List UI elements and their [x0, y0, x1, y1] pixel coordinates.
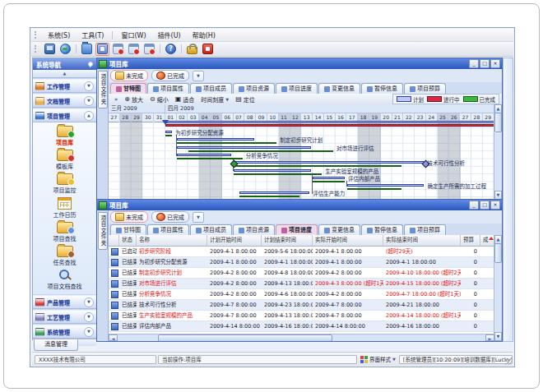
table-row[interactable]: 已结束对市场进行评估2009-4-2 8:00:002009-4-13 18:0…: [109, 279, 494, 289]
close-button[interactable]: ×: [490, 201, 500, 210]
tab-project-progress[interactable]: 项目进度: [276, 83, 318, 94]
group-document-management-chevron[interactable]: ▼: [84, 96, 94, 106]
sidebar-item-project-library[interactable]: 项目库: [33, 125, 96, 146]
zoom-out-button[interactable]: ⊖缩小: [146, 95, 172, 104]
tab-project-properties[interactable]: 项目属性: [147, 224, 189, 235]
close-button[interactable]: ×: [490, 59, 500, 68]
plan-bar[interactable]: [239, 191, 310, 194]
sidebar-scroll-up[interactable]: ▲: [33, 70, 96, 78]
plan-bar[interactable]: [313, 177, 345, 179]
column-header[interactable]: 状态: [119, 235, 137, 246]
project-plan-bar[interactable]: [165, 121, 494, 123]
table-row[interactable]: 已结束分析竞争情况2009-4-2 8:00:002009-4-6 18:00:…: [109, 289, 494, 300]
locate-button[interactable]: ▤定位: [232, 95, 258, 104]
minimize-button[interactable]: _: [469, 59, 479, 68]
group-system-management[interactable]: 系统管理▼: [33, 325, 96, 339]
tab-gantt[interactable]: 甘特图: [110, 83, 146, 94]
group-document-management[interactable]: 文档管理▼: [33, 94, 96, 108]
table-row[interactable]: 已启动初步研究阶段2009-4-1 8:00:002009-5-6 18:00:…: [109, 247, 494, 257]
done-bar[interactable]: [188, 150, 334, 152]
done-bar[interactable]: [313, 181, 345, 182]
project-folder-side-tab[interactable]: 项目文件夹: [98, 71, 108, 108]
window-titlebar[interactable]: 项目库_□×: [97, 200, 502, 210]
done-bar[interactable]: [234, 165, 401, 167]
unfinished-filter-button[interactable]: 未完成: [110, 211, 148, 223]
column-header[interactable]: 计划开始时间: [207, 235, 262, 246]
scroll-thumb[interactable]: [494, 243, 502, 263]
table-row[interactable]: 已结束生产实验室规模的产品2009-4-7 8:00:002009-4-13 1…: [109, 311, 494, 321]
tab-project-budget[interactable]: 项目预算: [404, 83, 446, 94]
scroll-left-arrow[interactable]: ◄: [109, 334, 118, 341]
maximize-button[interactable]: □: [480, 201, 490, 210]
done-bar[interactable]: [177, 158, 243, 159]
column-header[interactable]: 预算: [461, 235, 480, 246]
tab-project-resources[interactable]: 项目资源: [233, 83, 275, 94]
done-bar[interactable]: [177, 142, 276, 144]
group-work-management-chevron[interactable]: ▼: [84, 81, 94, 91]
system-icon[interactable]: [43, 43, 57, 56]
done-bar[interactable]: [234, 173, 323, 175]
sidebar-item-work-calendar[interactable]: 工作日历: [33, 196, 96, 219]
group-product-management-chevron[interactable]: ▼: [84, 297, 94, 307]
resize-grip[interactable]: [505, 358, 512, 365]
project-progress-bar[interactable]: [165, 124, 494, 127]
tab-change-info[interactable]: 变更信息: [318, 83, 360, 94]
group-process-management-chevron[interactable]: ▼: [84, 312, 94, 322]
plan-bar[interactable]: [177, 154, 231, 156]
scroll-down-arrow[interactable]: ▼: [494, 332, 502, 341]
menu-help[interactable]: 帮助(H): [187, 30, 221, 40]
finished-filter-button[interactable]: 已完成: [151, 211, 189, 223]
table-row[interactable]: 已结束制定初步研究计划2009-4-2 8:00:002009-4-8 18:0…: [109, 268, 494, 279]
tab-project-resources[interactable]: 项目资源: [233, 224, 275, 235]
exit-icon[interactable]: [201, 43, 215, 56]
done-bar[interactable]: [347, 188, 401, 190]
scroll-right-arrow[interactable]: ►: [485, 334, 494, 341]
filter-overflow-button[interactable]: ▼: [193, 212, 204, 223]
menu-plugin[interactable]: 插件(U): [152, 30, 187, 40]
plan-bar[interactable]: [234, 169, 311, 172]
sidebar-item-project-search[interactable]: 项目查找: [33, 221, 96, 242]
tile-windows-icon[interactable]: [127, 43, 141, 56]
save-layout-icon[interactable]: [95, 43, 109, 56]
pin-icon[interactable]: [87, 62, 93, 67]
sidebar-item-project-doc-search[interactable]: 项目文档查找: [33, 269, 96, 290]
tab-project-properties[interactable]: 项目属性: [147, 83, 189, 94]
minimize-button[interactable]: _: [469, 201, 479, 210]
finished-filter-button[interactable]: 已完成: [151, 70, 189, 81]
gantt-vscroll[interactable]: ▲▼: [494, 104, 502, 200]
column-header[interactable]: 实际开始时间: [313, 235, 383, 246]
zoom-in-button[interactable]: ⊕放大: [121, 95, 146, 104]
group-product-management[interactable]: 产品管理▼: [33, 295, 96, 309]
tab-gantt[interactable]: 甘特图: [110, 224, 146, 235]
open-folder-icon[interactable]: [80, 43, 94, 56]
tab-project-budget[interactable]: 项目预算: [404, 224, 446, 235]
close-windows-icon[interactable]: [142, 43, 156, 56]
tab-pause-info[interactable]: 暂停信息: [361, 224, 403, 235]
tab-change-info[interactable]: 变更信息: [318, 224, 360, 235]
menu-tools[interactable]: 工具(T): [76, 30, 109, 40]
internet-icon[interactable]: [58, 43, 72, 56]
table-row[interactable]: 已结束为初步研究分配资源2009-4-1 8:00:002009-4-1 18:…: [109, 257, 494, 268]
column-header[interactable]: 名称: [137, 235, 207, 246]
cascade-windows-icon[interactable]: [111, 43, 125, 56]
tab-project-members[interactable]: 项目成员: [190, 224, 232, 235]
plan-bar[interactable]: [234, 161, 425, 164]
sidebar-item-project-monitor[interactable]: 项目监控: [33, 173, 96, 194]
plan-bar[interactable]: [177, 138, 254, 141]
unfinished-filter-button[interactable]: 未完成: [110, 70, 148, 81]
scroll-thumb[interactable]: [494, 113, 502, 132]
maximize-button[interactable]: □: [480, 59, 490, 68]
table-vscroll[interactable]: ▲▼: [494, 235, 502, 341]
plan-bar[interactable]: [165, 131, 172, 133]
done-bar[interactable]: [165, 135, 172, 136]
scroll-thumb[interactable]: [158, 334, 332, 342]
right-collapsed-panel[interactable]: [503, 58, 513, 342]
plan-bar[interactable]: [177, 146, 311, 149]
done-bar[interactable]: [239, 196, 299, 197]
column-header[interactable]: 计划结束时间: [262, 235, 313, 246]
time-scale-button[interactable]: 时间刻度▼: [197, 95, 232, 104]
more-tools-button[interactable]: »: [111, 95, 121, 104]
window-titlebar[interactable]: 项目库_□×: [97, 58, 502, 69]
menu-system[interactable]: 系统(S): [42, 30, 76, 40]
group-system-management-chevron[interactable]: ▼: [84, 327, 94, 337]
